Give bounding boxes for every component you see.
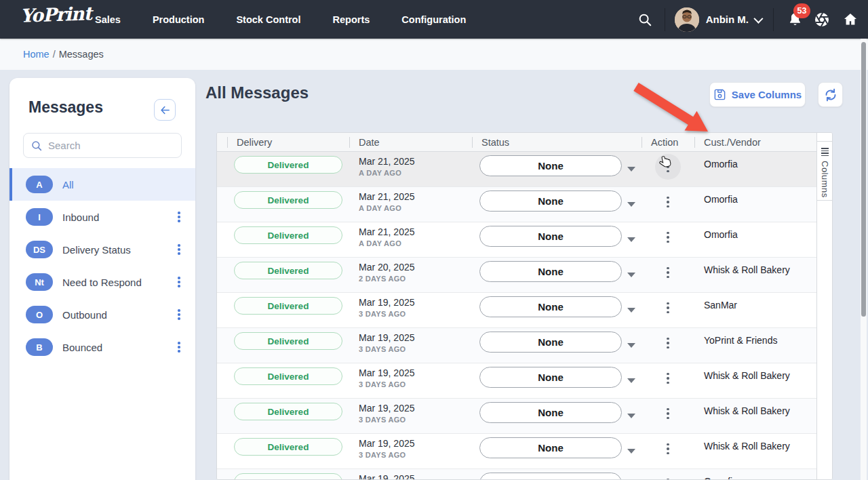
status-select[interactable]: None xyxy=(479,191,622,212)
collapse-sidebar-button[interactable] xyxy=(154,99,176,121)
kebab-menu-icon[interactable] xyxy=(172,210,186,224)
row-actions-kebab-icon[interactable] xyxy=(655,471,681,480)
status-cell: None xyxy=(472,469,642,480)
nav-item[interactable]: Production xyxy=(153,14,205,25)
refresh-button[interactable] xyxy=(818,82,843,107)
row-actions-kebab-icon[interactable] xyxy=(655,365,681,391)
status-select[interactable]: None xyxy=(479,226,622,247)
date-relative: 3 DAYS AGO xyxy=(349,449,472,459)
table-row[interactable]: Delivered Mar 19, 2025 3 DAYS AGO None Y… xyxy=(217,328,816,363)
vendor-name: Whisk & Roll Bakery xyxy=(694,434,816,452)
table-row[interactable]: Delivered Mar 19, 2025 3 DAYS AGO None O… xyxy=(217,469,816,480)
row-actions-kebab-icon[interactable] xyxy=(655,436,681,462)
status-select[interactable]: None xyxy=(479,367,622,388)
breadcrumb-bar: Home/Messages xyxy=(0,39,868,70)
status-select[interactable]: None xyxy=(479,402,622,423)
table-row[interactable]: Delivered Mar 20, 2025 2 DAYS AGO None W… xyxy=(217,258,816,293)
status-select[interactable]: None xyxy=(479,296,622,317)
caret-down-icon[interactable] xyxy=(627,308,635,313)
row-actions-kebab-icon[interactable] xyxy=(655,189,681,215)
status-select[interactable]: None xyxy=(479,332,622,353)
sidebar-item-label: Inbound xyxy=(62,212,99,223)
avatar[interactable] xyxy=(675,7,699,32)
delivery-cell: Delivered xyxy=(227,187,349,222)
row-actions-kebab-icon[interactable] xyxy=(655,401,681,426)
user-name[interactable]: Anbin M. xyxy=(706,14,749,25)
status-cell: None xyxy=(472,328,642,363)
column-header[interactable]: Date xyxy=(349,133,472,151)
column-header[interactable]: Action xyxy=(642,133,694,151)
column-header[interactable]: Delivery xyxy=(227,133,349,151)
caret-down-icon[interactable] xyxy=(627,273,635,277)
row-actions-kebab-icon[interactable] xyxy=(655,295,681,321)
nav-item[interactable]: Configuration xyxy=(401,14,466,25)
save-columns-button[interactable]: Save Columns xyxy=(709,82,806,107)
kebab-menu-icon[interactable] xyxy=(172,308,186,321)
kebab-menu-icon[interactable] xyxy=(172,243,186,256)
caret-down-icon[interactable] xyxy=(627,343,635,348)
row-actions-kebab-icon[interactable] xyxy=(655,260,681,285)
table-row[interactable]: Delivered Mar 21, 2025 A DAY AGO None Om… xyxy=(217,222,816,258)
nav-item[interactable]: Sales xyxy=(95,14,121,25)
aperture-icon[interactable] xyxy=(814,12,830,28)
sidebar-item-label: Delivery Status xyxy=(62,244,131,256)
refresh-icon xyxy=(824,88,837,102)
date-value: Mar 21, 2025 xyxy=(349,187,472,202)
sidebar-item[interactable]: I Inbound xyxy=(9,201,195,233)
caret-down-icon[interactable] xyxy=(627,167,635,172)
table-row[interactable]: Delivered Mar 21, 2025 A DAY AGO None Om… xyxy=(217,152,816,187)
table-row[interactable]: Delivered Mar 19, 2025 3 DAYS AGO None W… xyxy=(217,434,816,469)
delivery-status-badge: Delivered xyxy=(234,473,342,480)
sidebar-item-label: All xyxy=(62,179,74,191)
delivery-cell: Delivered xyxy=(227,363,349,398)
sidebar-item[interactable]: O Outbound xyxy=(9,298,195,331)
notifications-bell-icon[interactable]: 53 xyxy=(787,12,803,27)
home-icon[interactable] xyxy=(842,12,859,28)
row-actions-kebab-icon[interactable] xyxy=(655,330,681,356)
scrollbar-track[interactable] xyxy=(861,39,867,480)
caret-down-icon[interactable] xyxy=(627,414,635,418)
caret-down-icon[interactable] xyxy=(627,378,635,383)
table-row[interactable]: Delivered Mar 19, 2025 3 DAYS AGO None S… xyxy=(217,293,816,328)
status-select[interactable]: None xyxy=(479,261,622,282)
breadcrumb-separator: / xyxy=(53,49,56,60)
sidebar-item[interactable]: Nt Need to Respond xyxy=(9,266,195,298)
sidebar-item[interactable]: DS Delivery Status xyxy=(9,233,195,266)
table-row[interactable]: Delivered Mar 19, 2025 3 DAYS AGO None W… xyxy=(217,399,816,434)
nav-item[interactable]: Reports xyxy=(333,14,370,25)
row-actions-kebab-icon[interactable] xyxy=(655,154,681,180)
vendor-cell: Whisk & Roll Bakery xyxy=(694,258,816,292)
vendor-name: SanMar xyxy=(694,293,816,311)
sidebar-item[interactable]: B Bounced xyxy=(9,331,195,363)
chevron-down-icon[interactable] xyxy=(753,14,763,23)
sidebar-item-avatar: I xyxy=(26,208,53,226)
column-header[interactable]: Status xyxy=(472,133,642,151)
columns-tab-label: Columns xyxy=(820,161,830,198)
yoprint-logo[interactable]: YoPrint xyxy=(20,3,92,26)
status-select[interactable]: None xyxy=(479,437,622,458)
column-header[interactable]: Cust./Vendor xyxy=(694,133,816,151)
nav-item[interactable]: Stock Control xyxy=(236,14,300,25)
row-spacer xyxy=(217,293,227,327)
caret-down-icon[interactable] xyxy=(627,237,635,242)
vendor-name: Omorfia xyxy=(694,469,816,480)
date-value: Mar 19, 2025 xyxy=(349,328,472,343)
table-row[interactable]: Delivered Mar 19, 2025 3 DAYS AGO None W… xyxy=(217,363,816,399)
delivery-cell: Delivered xyxy=(227,258,349,292)
row-actions-kebab-icon[interactable] xyxy=(655,224,681,250)
scrollbar-thumb[interactable] xyxy=(861,42,866,317)
sidebar-item[interactable]: A All xyxy=(9,168,195,201)
caret-down-icon[interactable] xyxy=(627,449,635,454)
kebab-menu-icon[interactable] xyxy=(172,340,186,354)
status-select[interactable]: None xyxy=(479,155,622,176)
divider xyxy=(773,8,774,31)
search-icon[interactable] xyxy=(637,12,652,27)
columns-panel-tab[interactable]: Columns xyxy=(816,141,832,201)
breadcrumb-home-link[interactable]: Home xyxy=(23,49,50,60)
kebab-menu-icon[interactable] xyxy=(172,275,186,289)
notification-badge: 53 xyxy=(793,3,810,18)
table-row[interactable]: Delivered Mar 21, 2025 A DAY AGO None Om… xyxy=(217,187,816,222)
caret-down-icon[interactable] xyxy=(627,202,635,207)
sidebar-search-input[interactable] xyxy=(48,140,163,151)
status-select[interactable]: None xyxy=(479,473,622,480)
